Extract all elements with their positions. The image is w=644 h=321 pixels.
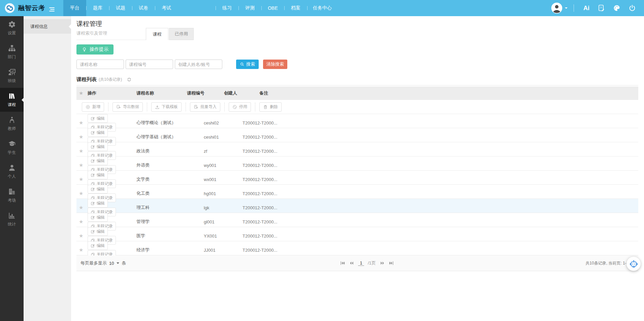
table-row: ★ 编辑 关联记录 心理学概论（测试） ceshi02 T200012-T200… bbox=[76, 114, 638, 128]
nav-item-evaluation[interactable]: 评测 bbox=[238, 0, 261, 16]
edit-pencil-icon bbox=[91, 116, 95, 121]
course-code: hg001 bbox=[204, 191, 243, 196]
edit-button[interactable]: 编辑 bbox=[88, 241, 108, 250]
col-header-operations: 操作 bbox=[88, 90, 136, 96]
star-icon[interactable]: ★ bbox=[79, 134, 83, 140]
sidebar-item-departments[interactable]: 部门 bbox=[0, 40, 24, 64]
course-code: ceshi01 bbox=[204, 135, 243, 140]
last-page-icon[interactable] bbox=[389, 260, 394, 266]
page-size-label: 每页最多显示 bbox=[80, 260, 107, 266]
star-icon[interactable]: ★ bbox=[79, 190, 83, 196]
page-size-select[interactable]: 10 bbox=[109, 261, 119, 266]
nav-item-practice[interactable]: 练习 bbox=[216, 0, 238, 16]
power-icon[interactable] bbox=[629, 4, 636, 12]
export-doc-icon bbox=[116, 105, 121, 109]
star-header-icon[interactable]: ★ bbox=[79, 90, 83, 96]
next-page-icon[interactable] bbox=[380, 260, 385, 266]
help-doc-icon[interactable]: ? bbox=[598, 4, 605, 12]
sidebar-item-profile[interactable]: 个人 bbox=[0, 159, 24, 183]
add-button[interactable]: 新增 bbox=[82, 102, 104, 112]
current-page-input[interactable]: 1 bbox=[358, 260, 364, 266]
batch-import-button[interactable]: 批量导入 bbox=[190, 102, 220, 112]
sidebar-item-statistics[interactable]: 统计 bbox=[0, 207, 24, 231]
assistant-robot-button[interactable] bbox=[626, 257, 641, 271]
export-data-button[interactable]: 导出数据 bbox=[112, 102, 143, 112]
course-name: 化工类 bbox=[136, 190, 204, 197]
search-bar: 搜索 清除搜索 bbox=[76, 60, 638, 69]
creator-input[interactable] bbox=[175, 60, 222, 69]
graduation-cap-icon bbox=[8, 140, 16, 148]
sidebar-item-course-info[interactable]: 课程信息 bbox=[24, 19, 71, 34]
course-name-input[interactable] bbox=[76, 60, 124, 69]
tab-disabled-courses[interactable]: 已停用 bbox=[169, 28, 194, 40]
list-count: (共10条记录) bbox=[99, 77, 122, 82]
nav-item-questions[interactable]: 试题 bbox=[109, 0, 132, 16]
nav-item-exams[interactable]: 考试 bbox=[155, 0, 178, 16]
col-header-course-code: 课程编号 bbox=[187, 90, 224, 96]
sidebar-item-students[interactable]: 学生 bbox=[0, 136, 24, 159]
ai-assistant-button[interactable]: Ai bbox=[583, 5, 589, 12]
edit-pencil-icon bbox=[91, 229, 95, 234]
edit-button[interactable]: 编辑 bbox=[88, 213, 108, 222]
search-button[interactable]: 搜索 bbox=[236, 60, 259, 69]
collapse-menu-icon[interactable] bbox=[49, 7, 55, 12]
star-icon[interactable]: ★ bbox=[79, 205, 83, 210]
edit-button[interactable]: 编辑 bbox=[88, 199, 108, 208]
page-header: 课程管理 课程索引及管理 课程 已停用 bbox=[76, 20, 638, 40]
operation-tips-button[interactable]: 操作提示 bbox=[76, 44, 114, 55]
sidebar-item-courses[interactable]: 课程 bbox=[0, 88, 24, 112]
star-icon[interactable]: ★ bbox=[79, 247, 83, 253]
nav-item-task-center[interactable]: 任务中心 bbox=[307, 0, 337, 16]
nav-item-question-bank[interactable]: 题库 bbox=[86, 0, 109, 16]
main-content: 课程管理 课程索引及管理 课程 已停用 操作提示 搜索 bbox=[71, 16, 644, 321]
sidebar-item-exam-rooms[interactable]: 考场 bbox=[0, 183, 24, 207]
edit-button[interactable]: 编辑 bbox=[88, 142, 108, 151]
edit-button[interactable]: 编辑 bbox=[88, 156, 108, 165]
teacher-podium-icon bbox=[8, 116, 16, 124]
sidebar-item-settings[interactable]: 设置 bbox=[0, 16, 24, 40]
course-creator: T200012-T2000... bbox=[243, 120, 300, 126]
nav-item-platform[interactable]: 平台 bbox=[63, 0, 86, 16]
course-code: JJ001 bbox=[204, 248, 243, 253]
star-icon[interactable]: ★ bbox=[79, 148, 83, 154]
sidebar-item-classes[interactable]: 班级 bbox=[0, 64, 24, 88]
topbar-right-zone: Ai ? bbox=[551, 0, 644, 16]
nav-item-archives[interactable]: 档案 bbox=[284, 0, 307, 16]
star-icon[interactable]: ★ bbox=[79, 120, 83, 126]
sidebar-item-teachers[interactable]: 教师 bbox=[0, 112, 24, 136]
course-creator: T200012-T2000... bbox=[243, 149, 300, 154]
delete-button[interactable]: 删除 bbox=[259, 102, 282, 112]
refresh-icon[interactable] bbox=[127, 77, 132, 82]
disable-button[interactable]: 停用 bbox=[229, 102, 251, 112]
course-creator: T200012-T2000... bbox=[243, 135, 300, 140]
star-icon[interactable]: ★ bbox=[79, 233, 83, 239]
course-name: 外语类 bbox=[136, 162, 204, 168]
prev-page-icon[interactable] bbox=[349, 260, 354, 266]
edit-button[interactable]: 编辑 bbox=[88, 227, 108, 236]
search-icon bbox=[240, 62, 245, 67]
brand-logo-icon bbox=[4, 2, 15, 14]
edit-button[interactable]: 编辑 bbox=[88, 185, 108, 193]
course-name: 政法类 bbox=[136, 148, 204, 154]
table-row: ★ 编辑 关联记录 化工类 hg001 T200012-T2000... bbox=[76, 185, 638, 199]
download-template-button[interactable]: 下载模板 bbox=[151, 102, 182, 112]
star-icon[interactable]: ★ bbox=[79, 162, 83, 168]
first-page-icon[interactable] bbox=[340, 260, 345, 266]
edit-button[interactable]: 编辑 bbox=[88, 114, 108, 123]
avatar-caret-down-icon[interactable] bbox=[565, 7, 568, 10]
clear-search-button[interactable]: 清除搜索 bbox=[263, 60, 287, 69]
course-name: 心理学概论（测试） bbox=[136, 120, 204, 126]
theme-palette-icon[interactable] bbox=[613, 4, 620, 12]
course-code-input[interactable] bbox=[126, 60, 173, 69]
tab-courses[interactable]: 课程 bbox=[146, 28, 168, 40]
nav-item-papers[interactable]: 试卷 bbox=[132, 0, 155, 16]
nav-item-obe[interactable]: OBE bbox=[261, 0, 284, 16]
topbar-divider bbox=[574, 4, 574, 12]
star-icon[interactable]: ★ bbox=[79, 176, 83, 182]
edit-button[interactable]: 编辑 bbox=[88, 128, 108, 137]
star-icon[interactable]: ★ bbox=[79, 219, 83, 224]
user-avatar[interactable] bbox=[551, 2, 562, 14]
edit-pencil-icon bbox=[91, 145, 95, 149]
edit-button[interactable]: 编辑 bbox=[88, 171, 108, 179]
table-row: ★ 编辑 关联记录 心理学基础（测试） ceshi01 T200012-T200… bbox=[76, 128, 638, 142]
